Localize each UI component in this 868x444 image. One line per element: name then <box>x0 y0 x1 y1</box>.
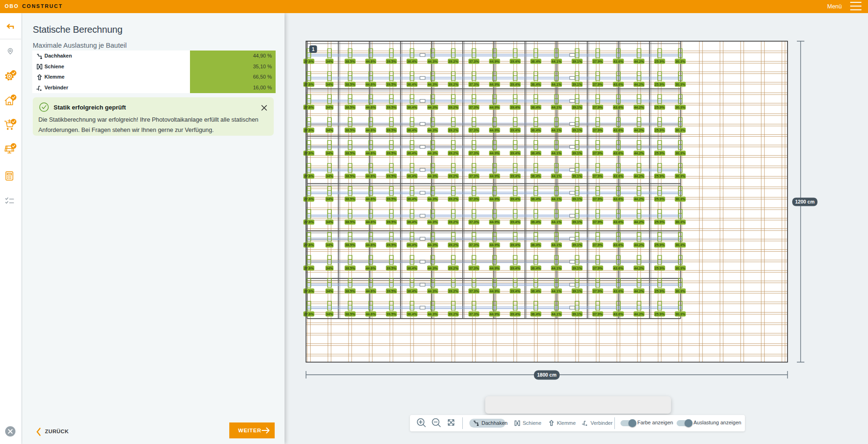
svg-text:44.2%: 44.2% <box>634 105 644 109</box>
svg-text:30.3%: 30.3% <box>675 128 686 132</box>
svg-text:27.6%: 27.6% <box>304 266 314 270</box>
svg-text:25.9%: 25.9% <box>655 105 665 109</box>
svg-text:37.3%: 37.3% <box>469 128 479 132</box>
svg-text:34%: 34% <box>326 266 333 270</box>
svg-text:44.1%: 44.1% <box>552 59 562 64</box>
svg-text:36.4%: 36.4% <box>531 151 541 155</box>
svg-text:44.6%: 44.6% <box>366 197 376 201</box>
svg-text:43.6%: 43.6% <box>613 266 624 270</box>
svg-text:36.4%: 36.4% <box>531 220 541 224</box>
svg-text:38.5%: 38.5% <box>345 243 356 247</box>
svg-text:27.6%: 27.6% <box>304 220 314 224</box>
svg-text:44.1%: 44.1% <box>552 82 562 87</box>
svg-text:44.3%: 44.3% <box>428 128 438 132</box>
svg-text:43.6%: 43.6% <box>613 197 624 201</box>
svg-text:43.6%: 43.6% <box>613 312 624 316</box>
svg-text:37.9%: 37.9% <box>593 174 603 178</box>
svg-text:34%: 34% <box>326 174 333 178</box>
svg-text:44.1%: 44.1% <box>552 105 562 109</box>
svg-text:44.3%: 44.3% <box>428 266 438 270</box>
svg-text:30.3%: 30.3% <box>675 151 686 155</box>
svg-text:36.4%: 36.4% <box>407 312 417 316</box>
svg-text:36.4%: 36.4% <box>407 289 417 293</box>
svg-text:44.6%: 44.6% <box>366 105 376 109</box>
svg-text:44.1%: 44.1% <box>552 197 562 201</box>
svg-text:36.4%: 36.4% <box>531 105 541 109</box>
svg-text:25.9%: 25.9% <box>655 197 665 201</box>
svg-text:44.1%: 44.1% <box>552 128 562 132</box>
svg-text:44.6%: 44.6% <box>366 151 376 155</box>
svg-text:39.5%: 39.5% <box>387 105 397 109</box>
svg-text:39.2%: 39.2% <box>448 197 459 201</box>
svg-text:30.3%: 30.3% <box>675 105 686 109</box>
svg-text:36.4%: 36.4% <box>531 128 541 132</box>
svg-text:39.2%: 39.2% <box>448 243 459 247</box>
svg-text:44.9%: 44.9% <box>489 105 500 109</box>
svg-text:44.9%: 44.9% <box>489 220 500 224</box>
svg-text:44.1%: 44.1% <box>552 151 562 155</box>
svg-text:43.6%: 43.6% <box>613 151 624 155</box>
svg-text:44.6%: 44.6% <box>366 59 376 64</box>
svg-text:37.9%: 37.9% <box>593 151 603 155</box>
svg-text:37.3%: 37.3% <box>469 151 479 155</box>
svg-text:39.1%: 39.1% <box>572 174 583 178</box>
svg-text:39.5%: 39.5% <box>387 266 397 270</box>
svg-text:25.9%: 25.9% <box>655 128 665 132</box>
svg-text:25.9%: 25.9% <box>655 220 665 224</box>
svg-text:44.1%: 44.1% <box>552 289 562 293</box>
svg-text:39.4%: 39.4% <box>510 197 520 201</box>
svg-text:27.6%: 27.6% <box>304 105 314 109</box>
svg-text:36.4%: 36.4% <box>531 312 541 316</box>
svg-text:44.9%: 44.9% <box>489 82 500 87</box>
svg-text:39.4%: 39.4% <box>510 174 520 178</box>
svg-text:27.6%: 27.6% <box>304 151 314 155</box>
svg-text:37.9%: 37.9% <box>593 266 603 270</box>
svg-text:39.2%: 39.2% <box>448 266 459 270</box>
svg-text:34%: 34% <box>326 128 333 132</box>
svg-text:30.3%: 30.3% <box>675 266 686 270</box>
svg-text:43.6%: 43.6% <box>613 243 624 247</box>
svg-text:37.3%: 37.3% <box>469 266 479 270</box>
svg-text:39.5%: 39.5% <box>387 220 397 224</box>
svg-text:44.3%: 44.3% <box>428 59 438 64</box>
svg-text:25.9%: 25.9% <box>655 174 665 178</box>
svg-text:44.1%: 44.1% <box>552 174 562 178</box>
svg-text:27.6%: 27.6% <box>304 128 314 132</box>
svg-text:39.5%: 39.5% <box>387 289 397 293</box>
svg-text:39.4%: 39.4% <box>510 151 520 155</box>
svg-text:30.3%: 30.3% <box>675 174 686 178</box>
svg-text:25.9%: 25.9% <box>655 312 665 316</box>
svg-text:39.2%: 39.2% <box>448 289 459 293</box>
svg-text:25.9%: 25.9% <box>655 151 665 155</box>
svg-text:39.2%: 39.2% <box>448 312 459 316</box>
svg-text:38.5%: 38.5% <box>345 197 356 201</box>
svg-text:27.6%: 27.6% <box>304 59 314 64</box>
svg-text:37.9%: 37.9% <box>593 197 603 201</box>
svg-text:44.2%: 44.2% <box>634 266 644 270</box>
svg-text:44.6%: 44.6% <box>366 220 376 224</box>
svg-text:27.6%: 27.6% <box>304 243 314 247</box>
svg-text:34%: 34% <box>326 289 333 293</box>
svg-text:39.5%: 39.5% <box>387 312 397 316</box>
svg-text:37.9%: 37.9% <box>593 82 603 87</box>
svg-text:38.5%: 38.5% <box>345 128 356 132</box>
svg-text:44.6%: 44.6% <box>366 174 376 178</box>
svg-text:44.2%: 44.2% <box>634 312 644 316</box>
svg-text:44.2%: 44.2% <box>634 220 644 224</box>
svg-text:36.4%: 36.4% <box>407 243 417 247</box>
svg-text:34%: 34% <box>326 197 333 201</box>
svg-text:38.5%: 38.5% <box>345 266 356 270</box>
svg-text:36.4%: 36.4% <box>531 174 541 178</box>
svg-text:44.2%: 44.2% <box>634 243 644 247</box>
svg-text:38.5%: 38.5% <box>345 82 356 87</box>
svg-text:39.5%: 39.5% <box>387 82 397 87</box>
svg-text:44.9%: 44.9% <box>489 128 500 132</box>
svg-text:36.4%: 36.4% <box>407 82 417 87</box>
svg-text:39.1%: 39.1% <box>572 220 583 224</box>
svg-text:39.2%: 39.2% <box>448 220 459 224</box>
svg-text:34%: 34% <box>326 82 333 87</box>
svg-text:44.9%: 44.9% <box>489 197 500 201</box>
svg-text:44.3%: 44.3% <box>428 105 438 109</box>
svg-text:34%: 34% <box>326 59 333 64</box>
svg-text:30.3%: 30.3% <box>675 197 686 201</box>
